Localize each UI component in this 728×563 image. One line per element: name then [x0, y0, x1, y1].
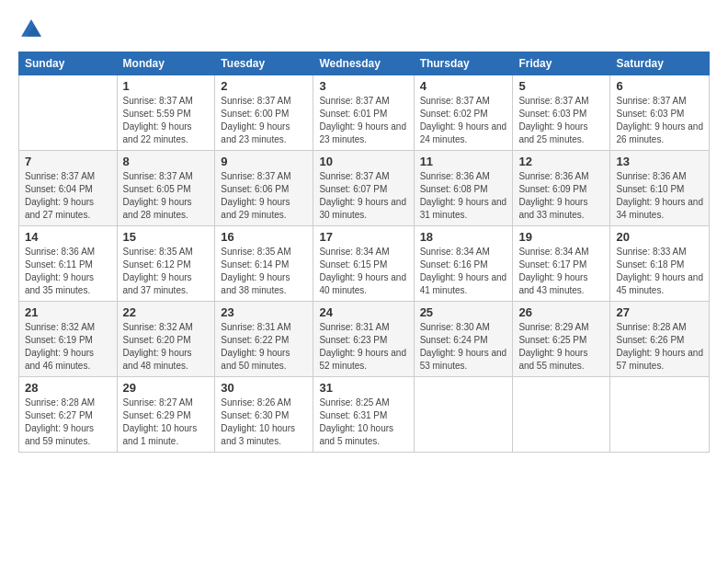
sunrise: Sunrise: 8:37 AM: [319, 96, 389, 106]
calendar-cell: 25 Sunrise: 8:30 AM Sunset: 6:24 PM Dayl…: [414, 302, 513, 377]
daylight: Daylight: 9 hours and 40 minutes.: [319, 272, 406, 295]
logo-icon: [18, 17, 44, 42]
day-info: Sunrise: 8:27 AM Sunset: 6:29 PM Dayligh…: [123, 396, 210, 448]
day-info: Sunrise: 8:32 AM Sunset: 6:20 PM Dayligh…: [123, 321, 210, 373]
sunrise: Sunrise: 8:37 AM: [518, 96, 588, 106]
calendar-cell: 15 Sunrise: 8:35 AM Sunset: 6:12 PM Dayl…: [117, 226, 215, 302]
calendar-cell: 23 Sunrise: 8:31 AM Sunset: 6:22 PM Dayl…: [215, 302, 313, 377]
logo: [18, 17, 48, 42]
calendar-body: 1 Sunrise: 8:37 AM Sunset: 5:59 PM Dayli…: [19, 75, 710, 453]
daylight: Daylight: 9 hours and 26 minutes.: [616, 121, 703, 144]
daylight: Daylight: 9 hours and 33 minutes.: [518, 197, 587, 220]
sunset: Sunset: 6:19 PM: [25, 335, 93, 345]
weekday-header: Saturday: [610, 52, 710, 75]
sunrise: Sunrise: 8:28 AM: [616, 322, 686, 332]
calendar-cell: 6 Sunrise: 8:37 AM Sunset: 6:03 PM Dayli…: [610, 75, 710, 151]
day-number: 21: [25, 305, 111, 319]
day-info: Sunrise: 8:29 AM Sunset: 6:25 PM Dayligh…: [518, 321, 604, 373]
daylight: Daylight: 9 hours and 29 minutes.: [221, 197, 290, 220]
daylight: Daylight: 9 hours and 37 minutes.: [123, 272, 192, 295]
calendar-week-row: 14 Sunrise: 8:36 AM Sunset: 6:11 PM Dayl…: [19, 226, 710, 302]
daylight: Daylight: 10 hours and 5 minutes.: [319, 423, 393, 446]
daylight: Daylight: 9 hours and 23 minutes.: [319, 121, 406, 144]
sunset: Sunset: 6:17 PM: [518, 259, 586, 270]
day-number: 31: [319, 381, 407, 395]
calendar-cell: 28 Sunrise: 8:28 AM Sunset: 6:27 PM Dayl…: [19, 377, 118, 453]
sunrise: Sunrise: 8:31 AM: [319, 322, 389, 332]
day-number: 23: [221, 305, 307, 319]
day-info: Sunrise: 8:30 AM Sunset: 6:24 PM Dayligh…: [420, 321, 507, 373]
daylight: Daylight: 9 hours and 28 minutes.: [123, 197, 192, 220]
day-number: 13: [616, 155, 703, 168]
day-number: 24: [319, 305, 407, 319]
day-number: 12: [518, 155, 604, 168]
weekday-header: Sunday: [19, 52, 118, 75]
calendar-cell: [414, 377, 513, 453]
calendar-cell: 14 Sunrise: 8:36 AM Sunset: 6:11 PM Dayl…: [19, 226, 118, 302]
day-number: 16: [221, 230, 307, 244]
day-number: 17: [319, 230, 407, 244]
day-number: 3: [319, 79, 407, 93]
calendar-cell: 7 Sunrise: 8:37 AM Sunset: 6:04 PM Dayli…: [19, 151, 118, 226]
sunrise: Sunrise: 8:36 AM: [420, 171, 490, 181]
calendar-cell: 18 Sunrise: 8:34 AM Sunset: 6:16 PM Dayl…: [414, 226, 513, 302]
weekday-header: Friday: [513, 52, 610, 75]
day-info: Sunrise: 8:36 AM Sunset: 6:09 PM Dayligh…: [518, 170, 604, 222]
sunrise: Sunrise: 8:37 AM: [123, 171, 193, 181]
calendar-cell: 22 Sunrise: 8:32 AM Sunset: 6:20 PM Dayl…: [117, 302, 215, 377]
calendar-cell: 31 Sunrise: 8:25 AM Sunset: 6:31 PM Dayl…: [313, 377, 414, 453]
sunrise: Sunrise: 8:36 AM: [25, 247, 95, 257]
day-info: Sunrise: 8:37 AM Sunset: 6:07 PM Dayligh…: [319, 170, 407, 222]
calendar-cell: 5 Sunrise: 8:37 AM Sunset: 6:03 PM Dayli…: [513, 75, 610, 151]
daylight: Daylight: 9 hours and 25 minutes.: [518, 121, 587, 144]
sunrise: Sunrise: 8:34 AM: [518, 247, 588, 257]
daylight: Daylight: 9 hours and 27 minutes.: [25, 197, 94, 220]
daylight: Daylight: 9 hours and 43 minutes.: [518, 272, 587, 295]
sunset: Sunset: 6:15 PM: [319, 259, 387, 270]
daylight: Daylight: 9 hours and 50 minutes.: [221, 348, 290, 371]
sunset: Sunset: 6:29 PM: [123, 410, 191, 420]
day-info: Sunrise: 8:34 AM Sunset: 6:16 PM Dayligh…: [420, 246, 507, 297]
day-info: Sunrise: 8:37 AM Sunset: 6:05 PM Dayligh…: [123, 170, 210, 222]
sunrise: Sunrise: 8:36 AM: [616, 171, 686, 181]
daylight: Daylight: 9 hours and 23 minutes.: [221, 121, 290, 144]
calendar-cell: 29 Sunrise: 8:27 AM Sunset: 6:29 PM Dayl…: [117, 377, 215, 453]
sunrise: Sunrise: 8:37 AM: [123, 96, 193, 106]
day-info: Sunrise: 8:36 AM Sunset: 6:11 PM Dayligh…: [25, 246, 111, 297]
calendar-cell: 11 Sunrise: 8:36 AM Sunset: 6:08 PM Dayl…: [414, 151, 513, 226]
sunrise: Sunrise: 8:34 AM: [319, 247, 389, 257]
header: [18, 17, 710, 42]
calendar-cell: 17 Sunrise: 8:34 AM Sunset: 6:15 PM Dayl…: [313, 226, 414, 302]
sunset: Sunset: 6:12 PM: [123, 259, 191, 270]
sunset: Sunset: 6:06 PM: [221, 184, 289, 194]
calendar-cell: 2 Sunrise: 8:37 AM Sunset: 6:00 PM Dayli…: [215, 75, 313, 151]
daylight: Daylight: 9 hours and 53 minutes.: [420, 348, 507, 371]
weekday-row: SundayMondayTuesdayWednesdayThursdayFrid…: [19, 52, 710, 75]
day-info: Sunrise: 8:34 AM Sunset: 6:15 PM Dayligh…: [319, 246, 407, 297]
sunset: Sunset: 6:04 PM: [25, 184, 93, 194]
day-number: 5: [518, 79, 604, 93]
sunset: Sunset: 6:01 PM: [319, 109, 387, 119]
daylight: Daylight: 9 hours and 35 minutes.: [25, 272, 94, 295]
day-number: 26: [518, 305, 604, 319]
sunset: Sunset: 6:18 PM: [616, 259, 684, 270]
day-info: Sunrise: 8:26 AM Sunset: 6:30 PM Dayligh…: [221, 396, 307, 448]
sunset: Sunset: 6:14 PM: [221, 259, 289, 270]
sunrise: Sunrise: 8:30 AM: [420, 322, 490, 332]
sunrise: Sunrise: 8:36 AM: [518, 171, 588, 181]
sunrise: Sunrise: 8:32 AM: [25, 322, 95, 332]
day-info: Sunrise: 8:37 AM Sunset: 5:59 PM Dayligh…: [123, 95, 210, 146]
day-info: Sunrise: 8:37 AM Sunset: 6:06 PM Dayligh…: [221, 170, 307, 222]
sunrise: Sunrise: 8:37 AM: [616, 96, 686, 106]
sunrise: Sunrise: 8:33 AM: [616, 247, 686, 257]
sunset: Sunset: 5:59 PM: [123, 109, 191, 119]
sunset: Sunset: 6:30 PM: [221, 410, 289, 420]
calendar-header: SundayMondayTuesdayWednesdayThursdayFrid…: [19, 52, 710, 75]
sunrise: Sunrise: 8:37 AM: [420, 96, 490, 106]
calendar-cell: 21 Sunrise: 8:32 AM Sunset: 6:19 PM Dayl…: [19, 302, 118, 377]
sunset: Sunset: 6:10 PM: [616, 184, 684, 194]
day-info: Sunrise: 8:28 AM Sunset: 6:27 PM Dayligh…: [25, 396, 111, 448]
calendar-cell: 12 Sunrise: 8:36 AM Sunset: 6:09 PM Dayl…: [513, 151, 610, 226]
daylight: Daylight: 9 hours and 48 minutes.: [123, 348, 192, 371]
day-number: 27: [616, 305, 703, 319]
